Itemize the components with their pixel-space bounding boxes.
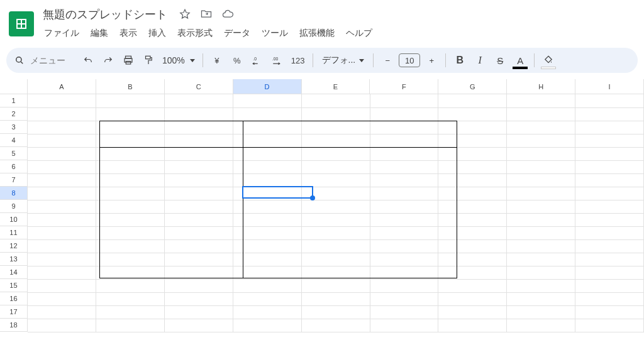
cell-I1[interactable]	[575, 94, 644, 107]
cell-D12[interactable]	[233, 239, 301, 253]
cell-G9[interactable]	[438, 200, 507, 213]
cell-I3[interactable]	[575, 121, 644, 134]
cell-A18[interactable]	[28, 319, 96, 332]
cell-E18[interactable]	[301, 319, 370, 332]
col-header-D[interactable]: D	[233, 79, 302, 94]
cell-G3[interactable]	[438, 121, 507, 134]
cell-C9[interactable]	[165, 200, 233, 213]
cell-G8[interactable]	[438, 187, 507, 200]
cell-C6[interactable]	[165, 160, 233, 173]
row-header-6[interactable]: 6	[0, 160, 28, 173]
cell-C18[interactable]	[165, 319, 233, 332]
cell-C7[interactable]	[165, 173, 233, 187]
cell-I13[interactable]	[575, 253, 644, 266]
menu-8[interactable]: ヘルプ	[341, 25, 377, 41]
cell-B12[interactable]	[96, 239, 165, 253]
cell-D17[interactable]	[233, 305, 301, 319]
col-header-E[interactable]: E	[302, 79, 370, 94]
cell-C17[interactable]	[165, 305, 233, 319]
move-folder-icon[interactable]	[200, 8, 213, 22]
col-header-G[interactable]: G	[438, 79, 507, 94]
cell-B3[interactable]	[96, 121, 165, 134]
cell-I5[interactable]	[575, 147, 644, 160]
cell-B1[interactable]	[96, 94, 165, 107]
cell-D9[interactable]	[233, 200, 301, 213]
cell-D5[interactable]	[233, 147, 301, 160]
cell-E14[interactable]	[301, 266, 370, 279]
cell-C14[interactable]	[165, 266, 233, 279]
cell-H6[interactable]	[507, 160, 575, 173]
cell-G2[interactable]	[438, 107, 507, 121]
cell-I15[interactable]	[575, 279, 644, 292]
cell-D2[interactable]	[233, 107, 301, 121]
cell-B15[interactable]	[96, 279, 165, 292]
col-header-C[interactable]: C	[165, 79, 233, 94]
cell-D6[interactable]	[233, 160, 301, 173]
cell-C15[interactable]	[165, 279, 233, 292]
cell-B11[interactable]	[96, 226, 165, 239]
row-header-11[interactable]: 11	[0, 226, 28, 239]
cell-G13[interactable]	[438, 253, 507, 266]
cell-G15[interactable]	[438, 279, 507, 292]
cell-I10[interactable]	[575, 213, 644, 226]
cell-C1[interactable]	[165, 94, 233, 107]
cell-A4[interactable]	[28, 134, 96, 147]
font-family-select[interactable]: デフォ...	[318, 55, 369, 66]
bold-button[interactable]: B	[451, 52, 469, 69]
increase-font-size-button[interactable]: +	[423, 52, 440, 69]
cell-F9[interactable]	[370, 200, 438, 213]
cell-C16[interactable]	[165, 292, 233, 305]
cell-E7[interactable]	[301, 173, 370, 187]
cell-B13[interactable]	[96, 253, 165, 266]
cell-D3[interactable]	[233, 121, 301, 134]
cell-F4[interactable]	[370, 134, 438, 147]
cell-E10[interactable]	[301, 213, 370, 226]
cell-H15[interactable]	[507, 279, 575, 292]
menu-3[interactable]: 挿入	[143, 25, 171, 41]
cell-C5[interactable]	[165, 147, 233, 160]
cell-A6[interactable]	[28, 160, 96, 173]
cell-B4[interactable]	[96, 134, 165, 147]
cell-B10[interactable]	[96, 213, 165, 226]
cell-B7[interactable]	[96, 173, 165, 187]
menu-7[interactable]: 拡張機能	[294, 25, 340, 41]
menu-0[interactable]: ファイル	[39, 25, 84, 41]
cell-G11[interactable]	[438, 226, 507, 239]
cell-H9[interactable]	[507, 200, 575, 213]
cell-G16[interactable]	[438, 292, 507, 305]
fill-color-button[interactable]	[540, 52, 557, 69]
col-header-F[interactable]: F	[370, 79, 438, 94]
row-header-5[interactable]: 5	[0, 147, 28, 160]
decrease-decimal-button[interactable]: .0	[248, 52, 266, 69]
cell-E15[interactable]	[301, 279, 370, 292]
cell-I4[interactable]	[575, 134, 644, 147]
more-formats-button[interactable]: 123	[289, 52, 308, 69]
cell-B5[interactable]	[96, 147, 165, 160]
cell-F5[interactable]	[370, 147, 438, 160]
cell-C10[interactable]	[165, 213, 233, 226]
cell-C8[interactable]	[165, 187, 233, 200]
row-header-14[interactable]: 14	[0, 266, 28, 279]
col-header-I[interactable]: I	[575, 79, 644, 94]
cell-D16[interactable]	[233, 292, 301, 305]
cell-E11[interactable]	[301, 226, 370, 239]
row-header-12[interactable]: 12	[0, 239, 28, 253]
menu-1[interactable]: 編集	[86, 25, 113, 41]
cell-E5[interactable]	[301, 147, 370, 160]
menu-4[interactable]: 表示形式	[172, 25, 218, 41]
col-header-B[interactable]: B	[96, 79, 165, 94]
row-header-16[interactable]: 16	[0, 292, 28, 305]
cell-F3[interactable]	[370, 121, 438, 134]
cell-H16[interactable]	[507, 292, 575, 305]
row-header-8[interactable]: 8	[0, 187, 28, 200]
cell-C4[interactable]	[165, 134, 233, 147]
cell-C13[interactable]	[165, 253, 233, 266]
cell-A16[interactable]	[28, 292, 96, 305]
cell-I11[interactable]	[575, 226, 644, 239]
row-header-3[interactable]: 3	[0, 121, 28, 134]
cell-H7[interactable]	[507, 173, 575, 187]
cell-H4[interactable]	[507, 134, 575, 147]
cell-H12[interactable]	[507, 239, 575, 253]
cell-E12[interactable]	[301, 239, 370, 253]
cell-D10[interactable]	[233, 213, 301, 226]
